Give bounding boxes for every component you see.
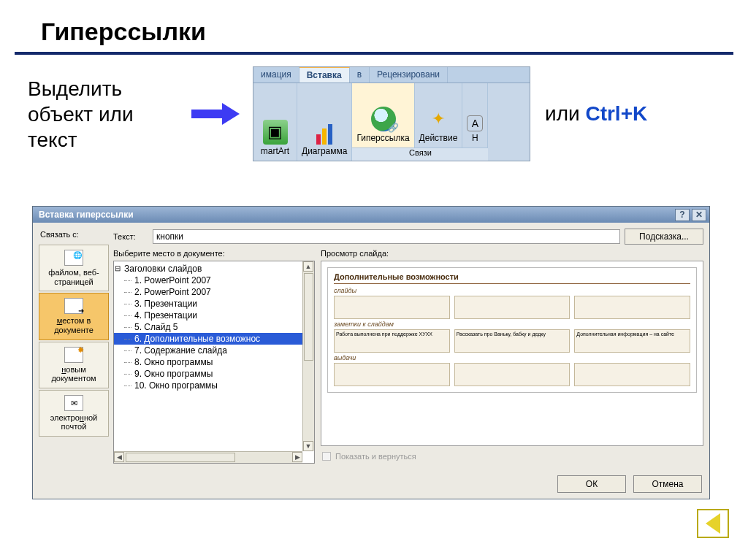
slide-preview: Дополнительные возможности слайды заметк…: [321, 261, 703, 446]
ribbon-group-links: Связи: [352, 147, 488, 161]
chart-icon: [312, 120, 337, 145]
tree-root[interactable]: Заголовки слайдов: [114, 263, 302, 275]
email-icon: ✉: [64, 395, 83, 411]
ribbon-chart-label: Диаграмма: [302, 146, 347, 156]
preview-thumb: [574, 296, 690, 319]
close-button[interactable]: ✕: [692, 209, 706, 221]
tree-item[interactable]: 2. PowerPoint 2007: [114, 286, 302, 298]
textbox-icon: A: [467, 115, 483, 131]
scroll-left-icon[interactable]: ◀: [114, 452, 124, 462]
scroll-thumb[interactable]: [126, 453, 235, 462]
cancel-button[interactable]: Отмена: [633, 475, 702, 493]
tree-item[interactable]: 5. Слайд 5: [114, 321, 302, 333]
ribbon-action-button[interactable]: ✦ Действие: [415, 83, 463, 147]
ribbon-tab-animation[interactable]: имация: [253, 67, 299, 83]
linkto-file-web[interactable]: 🌐 файлом, веб-страницей: [39, 245, 109, 291]
ribbon-chart-button[interactable]: Диаграмма: [297, 83, 352, 161]
place-in-doc-icon: ➜: [64, 298, 83, 314]
preview-section: заметки к слайдам: [334, 321, 690, 328]
preview-thumb: Дополнительная информация – на сайте: [574, 329, 690, 353]
arrow-right-icon: [191, 103, 243, 125]
document-tree[interactable]: Заголовки слайдов 1. PowerPoint 2007 2. …: [113, 261, 315, 464]
tree-item[interactable]: 3. Презентации: [114, 298, 302, 310]
preview-thumb: [334, 296, 450, 319]
ok-button[interactable]: ОК: [557, 475, 626, 493]
checkbox-icon: [322, 452, 331, 461]
vertical-scrollbar[interactable]: ▲ ▼: [302, 261, 314, 451]
tree-item[interactable]: 8. Окно программы: [114, 356, 302, 368]
preview-label: Просмотр слайда:: [321, 249, 703, 258]
scroll-thumb[interactable]: [304, 273, 313, 361]
ribbon-tab-review[interactable]: Рецензировани: [370, 67, 448, 83]
display-text-input[interactable]: [153, 229, 620, 244]
tree-item[interactable]: 1. PowerPoint 2007: [114, 275, 302, 286]
screentip-button[interactable]: Подсказка...: [625, 229, 703, 245]
ribbon-tab-insert[interactable]: Вставка: [299, 67, 350, 83]
ribbon-tab-v[interactable]: в: [350, 67, 370, 83]
globe-link-icon: 🔗: [371, 107, 396, 131]
scroll-right-icon[interactable]: ▶: [292, 452, 302, 462]
nav-previous-button[interactable]: [697, 509, 729, 538]
file-web-icon: 🌐: [64, 250, 83, 266]
scroll-up-icon[interactable]: ▲: [303, 261, 313, 272]
ribbon-hyperlink-label: Гиперссылка: [356, 133, 409, 143]
ribbon-action-label: Действие: [419, 133, 458, 143]
linkto-new-doc[interactable]: ✸ новымдокументом: [39, 342, 109, 388]
preview-thumb: Работа выполнена при поддержке ХУХХ: [334, 329, 450, 353]
preview-slide-title: Дополнительные возможности: [334, 272, 690, 284]
linkto-email[interactable]: ✉ электроннойпочтой: [39, 390, 109, 437]
dialog-titlebar[interactable]: Вставка гиперссылки ? ✕: [33, 207, 709, 223]
action-star-icon: ✦: [426, 107, 451, 131]
ribbon-next-label: Н: [472, 133, 478, 143]
preview-section: слайды: [334, 287, 690, 294]
ribbon-smartart-button[interactable]: ▣ martArt: [253, 83, 297, 161]
link-to-label: Связать с:: [39, 229, 109, 243]
preview-thumb: [454, 296, 570, 319]
text-field-label: Текст:: [113, 232, 148, 241]
tree-item[interactable]: 4. Презентации: [114, 310, 302, 321]
new-doc-icon: ✸: [64, 347, 83, 363]
horizontal-scrollbar[interactable]: ◀ ▶: [114, 451, 302, 463]
slide-title: Гиперссылки: [15, 0, 733, 55]
tree-item[interactable]: 10. Окно программы: [114, 380, 302, 391]
preview-section: выдачи: [334, 354, 690, 361]
preview-thumb: [574, 363, 690, 386]
insert-hyperlink-dialog: Вставка гиперссылки ? ✕ Связать с: 🌐 фай…: [32, 206, 710, 499]
or-shortcut-text: или Ctrl+K: [545, 102, 647, 126]
preview-thumb: [334, 363, 450, 386]
ribbon-hyperlink-button[interactable]: 🔗 Гиперссылка: [352, 83, 414, 147]
dialog-title: Вставка гиперссылки: [39, 210, 134, 220]
smartart-icon: ▣: [263, 120, 288, 145]
tree-item-selected[interactable]: 6. Дополнительные возможнос: [114, 333, 302, 345]
ribbon-smartart-label: martArt: [261, 146, 289, 156]
preview-thumb: Рассказать про Ваньку, бабку и дедку: [454, 329, 570, 353]
ribbon-snapshot: имация Вставка в Рецензировани ▣ martArt…: [253, 66, 530, 161]
tree-label: Выберите место в документе:: [113, 249, 315, 258]
instruction-text: Выделить объект или текст: [28, 76, 181, 153]
ribbon-next-button[interactable]: A Н: [462, 83, 488, 147]
linkto-place-in-doc[interactable]: ➜ мместом вестом вдокументе: [39, 293, 109, 340]
scroll-down-icon[interactable]: ▼: [303, 441, 313, 451]
show-and-return-checkbox: Показать и вернуться: [321, 449, 703, 464]
tree-item[interactable]: 7. Содержание слайда: [114, 345, 302, 356]
help-button[interactable]: ?: [675, 209, 690, 221]
preview-thumb: [454, 363, 570, 386]
tree-item[interactable]: 9. Окно программы: [114, 368, 302, 380]
